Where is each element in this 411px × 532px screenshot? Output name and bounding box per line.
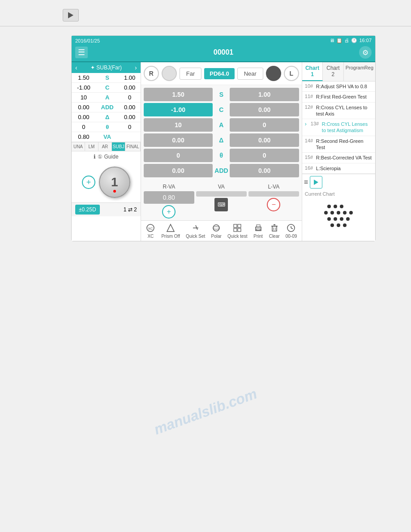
prism-button[interactable]: Prism Off [161, 223, 180, 239]
l-c-box[interactable]: 0.00 [230, 103, 299, 116]
svg-rect-13 [257, 229, 260, 230]
guide-button[interactable]: ℹ ① Guide [72, 151, 141, 162]
svg-point-26 [330, 211, 334, 215]
chart2-tab[interactable]: Chart 2 [323, 62, 343, 81]
r-theta-box[interactable]: 0 [144, 149, 213, 162]
l-a-box[interactable]: 0 [230, 118, 299, 132]
r-button[interactable]: R [144, 66, 159, 81]
r-circle [162, 66, 177, 81]
svg-line-4 [196, 225, 197, 230]
hamburger-button[interactable]: ☰ [75, 47, 88, 58]
r-add-box[interactable]: 0.00 [144, 164, 213, 177]
quick-test-icon [232, 223, 242, 233]
left-delta-value[interactable]: 0.00 [72, 112, 96, 122]
right-theta-value[interactable]: 0 [119, 122, 141, 132]
l-va-box[interactable] [248, 191, 299, 197]
time-button[interactable]: 00-09 [286, 223, 297, 239]
header-date: 2016/01/25 [75, 38, 100, 43]
tab-final[interactable]: FINAL [125, 142, 140, 151]
monitor-icon: 🖥 [330, 38, 334, 43]
guide-label: ① Guide [98, 154, 118, 160]
l-button[interactable]: L [284, 66, 299, 81]
right-add-value[interactable]: 0.00 [119, 103, 141, 112]
dial-wheel[interactable]: 1 [99, 167, 130, 198]
right-c-value[interactable]: 0.00 [119, 83, 141, 93]
xc-button[interactable]: XC XC [146, 223, 155, 239]
quick-test-button[interactable]: Quick test [227, 223, 247, 239]
nav-left-arrow[interactable]: ‹ [75, 64, 77, 71]
left-s-value[interactable]: 1.50 [72, 73, 96, 83]
list-item-active[interactable]: › 13# R:Cross CYL Lenses to test Astigma… [302, 119, 375, 136]
trash-icon [270, 223, 279, 233]
table-row: 1.50 S 1.00 [72, 73, 141, 83]
right-play-button[interactable] [310, 176, 322, 189]
r-a-box[interactable]: 10 [144, 118, 213, 132]
gear-button[interactable]: ⚙ [359, 46, 372, 59]
list-item[interactable]: 15# R:Best-Corrected VA Test [302, 153, 375, 163]
svg-point-33 [346, 217, 350, 221]
left-c-value[interactable]: -1.00 [72, 83, 96, 93]
l-s-box[interactable]: 1.00 [230, 88, 299, 101]
near-button[interactable]: Near [237, 68, 263, 80]
header-icons: 🖥 📋 🖨 🕐 16:07 [330, 38, 372, 43]
printer-icon: 🖨 [344, 38, 349, 43]
right-delta-value[interactable]: 0.00 [119, 112, 141, 122]
tab-una[interactable]: UNA [72, 142, 85, 151]
svg-point-34 [330, 223, 334, 227]
list-item[interactable]: 16# L:Scieropia [302, 163, 375, 174]
r-va-plus-button[interactable]: + [162, 205, 176, 219]
center-va-box[interactable] [196, 191, 247, 197]
play-button[interactable] [63, 9, 79, 21]
program-tab[interactable]: ProgramReg [344, 62, 375, 81]
s-label: S [96, 73, 119, 83]
svg-text:XC: XC [148, 227, 153, 231]
menu-icon-button[interactable]: ≡ [304, 178, 308, 186]
tab-ar[interactable]: AR [98, 142, 112, 151]
right-s-value[interactable]: 1.00 [119, 73, 141, 83]
nav-right-arrow[interactable]: › [135, 64, 137, 71]
r-s-box[interactable]: 1.50 [144, 88, 213, 101]
play-icon [68, 12, 73, 18]
list-item[interactable]: 11# R:First Red-Green Test [302, 92, 375, 102]
right-a-value[interactable]: 0 [119, 93, 141, 103]
r-va-box[interactable]: 0.80 [144, 191, 194, 204]
l-add-box[interactable]: 0.00 [230, 164, 299, 177]
prism-icon [166, 223, 176, 233]
left-panel: ‹ ✦ SUBJ(Far) › 1.50 S 1.00 -1.00 [72, 62, 141, 241]
list-item[interactable]: 10# R:Adjust SPH VA to 0.8 [302, 82, 375, 92]
a-center-label: A [214, 121, 228, 129]
list-item[interactable]: 12# R:Cross CYL Lenses to test Axis [302, 103, 375, 120]
l-va-minus-button[interactable]: − [267, 198, 280, 211]
l-delta-box[interactable]: 0.00 [230, 133, 299, 147]
svg-point-36 [343, 223, 347, 227]
dial-area: + 1 [72, 162, 141, 202]
header-nav: ☰ 00001 ⚙ [72, 45, 375, 62]
left-a-value[interactable]: 10 [72, 93, 96, 103]
quick-set-button[interactable]: Quick Set [186, 223, 205, 239]
xc-label: XC [147, 234, 154, 239]
list-item[interactable]: 14# R:Second Red-Green Test [302, 136, 375, 153]
l-circle [266, 66, 281, 81]
tab-lm[interactable]: LM [85, 142, 98, 151]
left-va-value[interactable]: 0.80 [72, 132, 96, 142]
r-c-box[interactable]: -1.00 [144, 103, 213, 116]
left-theta-value[interactable]: 0 [72, 122, 96, 132]
step-indicator[interactable]: ±0.25D [75, 205, 100, 215]
plus-button[interactable]: + [82, 176, 95, 189]
tab-subj[interactable]: SUBJ [112, 142, 126, 151]
dot-matrix [323, 200, 354, 232]
far-button[interactable]: Far [180, 68, 202, 80]
polar-button[interactable]: Polar [211, 223, 222, 239]
c-center-label: C [214, 106, 228, 113]
switcher-label[interactable]: 1 ⇄ 2 [124, 206, 137, 213]
clear-button[interactable]: Clear [269, 223, 280, 239]
keyboard-button[interactable]: ⌨ [214, 198, 228, 211]
print-icon [253, 223, 263, 233]
left-add-value[interactable]: 0.00 [72, 103, 96, 112]
r-delta-box[interactable]: 0.00 [144, 133, 213, 147]
print-button[interactable]: Print [253, 223, 263, 239]
right-va-value[interactable] [119, 132, 141, 142]
xc-icon: XC [146, 223, 155, 233]
l-theta-box[interactable]: 0 [230, 149, 299, 162]
chart1-tab[interactable]: Chart 1 [302, 62, 323, 81]
